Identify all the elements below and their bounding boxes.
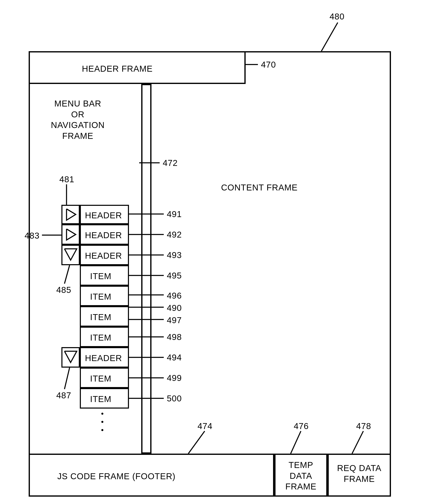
callout-487: 487 xyxy=(56,390,71,401)
callout-474: 474 xyxy=(198,421,213,432)
ellipsis-dot xyxy=(101,429,103,431)
menu-header-491: HEADER xyxy=(85,210,122,221)
callout-497: 497 xyxy=(167,315,182,326)
callout-495: 495 xyxy=(167,270,182,281)
callout-499: 499 xyxy=(167,373,182,384)
callout-496: 496 xyxy=(167,290,182,301)
menu-icon-box-487 xyxy=(61,347,80,368)
req-data-frame-label: REQ DATA FRAME xyxy=(330,463,388,484)
callout-490: 490 xyxy=(167,303,182,313)
footer-js-label: JS CODE FRAME (FOOTER) xyxy=(57,471,175,482)
ellipsis-dot xyxy=(101,421,103,423)
nav-frame-box xyxy=(141,84,151,454)
menu-item-496: ITEM xyxy=(90,291,111,302)
menu-item-497: ITEM xyxy=(90,312,111,323)
menu-icon-box-481 xyxy=(61,205,80,224)
menu-item-500: ITEM xyxy=(90,394,111,405)
callout-472: 472 xyxy=(163,158,178,168)
callout-492: 492 xyxy=(167,229,182,240)
menu-item-498: ITEM xyxy=(90,332,111,343)
menu-header-494: HEADER xyxy=(85,353,122,364)
svg-line-0 xyxy=(321,23,338,51)
callout-481: 481 xyxy=(59,174,74,185)
menu-item-495: ITEM xyxy=(90,271,111,282)
callout-476: 476 xyxy=(294,421,309,432)
ellipsis-dot xyxy=(101,413,103,415)
callout-478: 478 xyxy=(356,421,371,432)
callout-500: 500 xyxy=(167,393,182,404)
menu-item-499: ITEM xyxy=(90,373,111,384)
callout-493: 493 xyxy=(167,250,182,261)
callout-494: 494 xyxy=(167,352,182,363)
nav-frame-label: MENU BAR OR NAVIGATION FRAME xyxy=(48,98,107,141)
callout-470: 470 xyxy=(261,59,276,70)
menu-header-492: HEADER xyxy=(85,230,122,241)
menu-icon-box-485 xyxy=(61,245,80,265)
content-frame-label: CONTENT FRAME xyxy=(221,182,298,193)
temp-data-frame-label: TEMP DATA FRAME xyxy=(277,460,324,492)
header-frame-label: HEADER FRAME xyxy=(82,64,153,74)
diagram-stage: HEADER FRAME MENU BAR OR NAVIGATION FRAM… xyxy=(0,0,428,504)
menu-header-493: HEADER xyxy=(85,251,122,261)
callout-498: 498 xyxy=(167,332,182,343)
menu-icon-box-483 xyxy=(61,224,80,245)
callout-480: 480 xyxy=(329,11,345,22)
callout-491: 491 xyxy=(167,209,182,220)
callout-483: 483 xyxy=(25,230,40,241)
callout-485: 485 xyxy=(56,285,71,295)
